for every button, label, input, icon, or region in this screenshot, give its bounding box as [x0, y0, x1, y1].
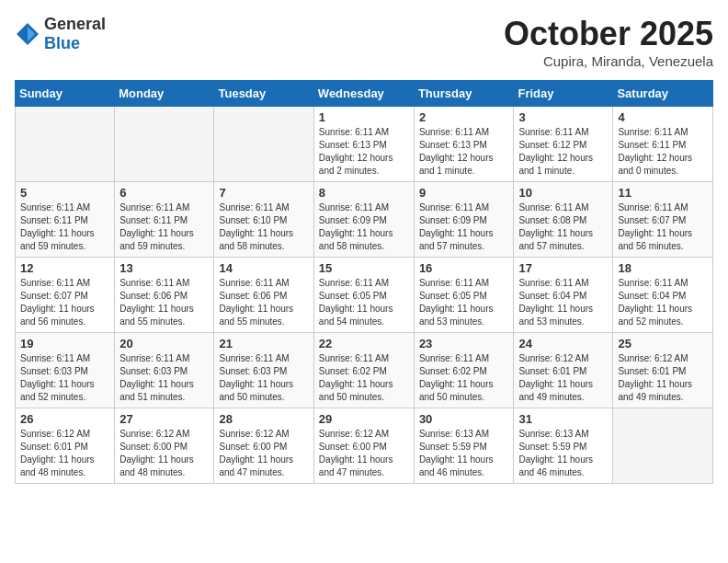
day-number: 10: [518, 186, 608, 200]
calendar-day-cell: 29Sunrise: 6:12 AM Sunset: 6:00 PM Dayli…: [313, 408, 414, 484]
calendar-day-cell: 25Sunrise: 6:12 AM Sunset: 6:01 PM Dayli…: [613, 333, 713, 408]
day-info: Sunrise: 6:11 AM Sunset: 6:11 PM Dayligh…: [618, 126, 708, 178]
day-number: 17: [518, 261, 608, 275]
day-number: 15: [319, 261, 409, 275]
day-number: 1: [319, 110, 409, 124]
calendar-day-cell: 31Sunrise: 6:13 AM Sunset: 5:59 PM Dayli…: [514, 408, 613, 484]
day-number: 18: [618, 261, 708, 275]
day-info: Sunrise: 6:11 AM Sunset: 6:05 PM Dayligh…: [419, 277, 509, 328]
day-info: Sunrise: 6:11 AM Sunset: 6:13 PM Dayligh…: [419, 126, 509, 178]
calendar-day-cell: 1Sunrise: 6:11 AM Sunset: 6:13 PM Daylig…: [313, 107, 414, 182]
weekday-header: Saturday: [613, 81, 713, 107]
month-title: October 2025: [504, 15, 713, 53]
calendar-day-cell: 2Sunrise: 6:11 AM Sunset: 6:13 PM Daylig…: [414, 107, 514, 182]
day-info: Sunrise: 6:11 AM Sunset: 6:06 PM Dayligh…: [219, 277, 308, 328]
calendar-day-cell: 19Sunrise: 6:11 AM Sunset: 6:03 PM Dayli…: [16, 333, 115, 408]
weekday-header: Wednesday: [313, 81, 414, 107]
calendar-day-cell: 30Sunrise: 6:13 AM Sunset: 5:59 PM Dayli…: [414, 408, 514, 484]
day-info: Sunrise: 6:11 AM Sunset: 6:06 PM Dayligh…: [119, 277, 209, 328]
weekday-row: SundayMondayTuesdayWednesdayThursdayFrid…: [16, 81, 713, 107]
calendar-week-row: 5Sunrise: 6:11 AM Sunset: 6:11 PM Daylig…: [16, 182, 713, 258]
day-number: 23: [419, 337, 509, 350]
day-number: 6: [119, 186, 209, 200]
day-number: 2: [419, 110, 509, 124]
day-info: Sunrise: 6:12 AM Sunset: 6:00 PM Dayligh…: [319, 428, 409, 479]
day-number: 21: [219, 337, 308, 350]
calendar-day-cell: [214, 107, 313, 182]
day-info: Sunrise: 6:11 AM Sunset: 6:04 PM Dayligh…: [518, 277, 608, 328]
day-info: Sunrise: 6:11 AM Sunset: 6:04 PM Dayligh…: [618, 277, 708, 328]
day-info: Sunrise: 6:11 AM Sunset: 6:08 PM Dayligh…: [518, 201, 608, 253]
day-info: Sunrise: 6:11 AM Sunset: 6:03 PM Dayligh…: [219, 352, 308, 404]
logo-icon: [15, 21, 40, 47]
calendar-day-cell: 15Sunrise: 6:11 AM Sunset: 6:05 PM Dayli…: [313, 258, 414, 333]
calendar-day-cell: 27Sunrise: 6:12 AM Sunset: 6:00 PM Dayli…: [115, 408, 214, 484]
day-number: 22: [319, 337, 409, 350]
day-info: Sunrise: 6:11 AM Sunset: 6:07 PM Dayligh…: [20, 277, 109, 328]
day-info: Sunrise: 6:11 AM Sunset: 6:11 PM Dayligh…: [20, 201, 109, 253]
calendar-day-cell: 3Sunrise: 6:11 AM Sunset: 6:12 PM Daylig…: [514, 107, 613, 182]
title-block: October 2025 Cupira, Miranda, Venezuela: [504, 15, 713, 69]
day-info: Sunrise: 6:11 AM Sunset: 6:03 PM Dayligh…: [119, 352, 209, 404]
weekday-header: Tuesday: [214, 81, 313, 107]
logo-blue: Blue: [44, 34, 80, 52]
weekday-header: Monday: [115, 81, 214, 107]
day-info: Sunrise: 6:12 AM Sunset: 6:01 PM Dayligh…: [20, 428, 109, 479]
day-number: 24: [518, 337, 608, 350]
day-info: Sunrise: 6:12 AM Sunset: 6:01 PM Dayligh…: [618, 352, 708, 404]
calendar-day-cell: 20Sunrise: 6:11 AM Sunset: 6:03 PM Dayli…: [115, 333, 214, 408]
calendar-day-cell: 17Sunrise: 6:11 AM Sunset: 6:04 PM Dayli…: [514, 258, 613, 333]
page-header: General Blue October 2025 Cupira, Mirand…: [15, 15, 713, 69]
calendar-day-cell: [115, 107, 214, 182]
calendar-week-row: 12Sunrise: 6:11 AM Sunset: 6:07 PM Dayli…: [16, 258, 713, 333]
calendar-day-cell: 9Sunrise: 6:11 AM Sunset: 6:09 PM Daylig…: [414, 182, 514, 258]
day-info: Sunrise: 6:11 AM Sunset: 6:05 PM Dayligh…: [319, 277, 409, 328]
day-info: Sunrise: 6:11 AM Sunset: 6:02 PM Dayligh…: [319, 352, 409, 404]
calendar-week-row: 26Sunrise: 6:12 AM Sunset: 6:01 PM Dayli…: [16, 408, 713, 484]
calendar-day-cell: 22Sunrise: 6:11 AM Sunset: 6:02 PM Dayli…: [313, 333, 414, 408]
day-info: Sunrise: 6:11 AM Sunset: 6:10 PM Dayligh…: [219, 201, 308, 253]
day-number: 4: [618, 110, 708, 124]
day-number: 28: [219, 412, 308, 426]
weekday-header: Friday: [514, 81, 613, 107]
calendar-day-cell: 12Sunrise: 6:11 AM Sunset: 6:07 PM Dayli…: [16, 258, 115, 333]
calendar-day-cell: 26Sunrise: 6:12 AM Sunset: 6:01 PM Dayli…: [16, 408, 115, 484]
weekday-header: Thursday: [414, 81, 514, 107]
day-number: 12: [20, 261, 109, 275]
calendar-header: SundayMondayTuesdayWednesdayThursdayFrid…: [16, 81, 713, 107]
day-info: Sunrise: 6:11 AM Sunset: 6:03 PM Dayligh…: [20, 352, 109, 404]
location: Cupira, Miranda, Venezuela: [504, 53, 713, 69]
calendar-day-cell: 11Sunrise: 6:11 AM Sunset: 6:07 PM Dayli…: [613, 182, 713, 258]
day-info: Sunrise: 6:12 AM Sunset: 6:00 PM Dayligh…: [119, 428, 209, 479]
day-info: Sunrise: 6:11 AM Sunset: 6:02 PM Dayligh…: [419, 352, 509, 404]
day-number: 20: [119, 337, 209, 350]
calendar-day-cell: 6Sunrise: 6:11 AM Sunset: 6:11 PM Daylig…: [115, 182, 214, 258]
logo-general: General: [44, 15, 106, 33]
calendar-week-row: 1Sunrise: 6:11 AM Sunset: 6:13 PM Daylig…: [16, 107, 713, 182]
day-info: Sunrise: 6:11 AM Sunset: 6:12 PM Dayligh…: [518, 126, 608, 178]
calendar-day-cell: 28Sunrise: 6:12 AM Sunset: 6:00 PM Dayli…: [214, 408, 313, 484]
calendar-table: SundayMondayTuesdayWednesdayThursdayFrid…: [15, 80, 713, 484]
calendar-day-cell: 5Sunrise: 6:11 AM Sunset: 6:11 PM Daylig…: [16, 182, 115, 258]
day-number: 19: [20, 337, 109, 350]
day-info: Sunrise: 6:12 AM Sunset: 6:00 PM Dayligh…: [219, 428, 308, 479]
calendar-day-cell: 10Sunrise: 6:11 AM Sunset: 6:08 PM Dayli…: [514, 182, 613, 258]
day-number: 5: [20, 186, 109, 200]
calendar-day-cell: 21Sunrise: 6:11 AM Sunset: 6:03 PM Dayli…: [214, 333, 313, 408]
logo-text: General Blue: [44, 15, 106, 53]
day-number: 13: [119, 261, 209, 275]
calendar-day-cell: 24Sunrise: 6:12 AM Sunset: 6:01 PM Dayli…: [514, 333, 613, 408]
day-number: 3: [518, 110, 608, 124]
calendar-day-cell: 18Sunrise: 6:11 AM Sunset: 6:04 PM Dayli…: [613, 258, 713, 333]
calendar-day-cell: 13Sunrise: 6:11 AM Sunset: 6:06 PM Dayli…: [115, 258, 214, 333]
day-number: 26: [20, 412, 109, 426]
day-number: 9: [419, 186, 509, 200]
day-number: 25: [618, 337, 708, 350]
day-info: Sunrise: 6:12 AM Sunset: 6:01 PM Dayligh…: [518, 352, 608, 404]
weekday-header: Sunday: [16, 81, 115, 107]
calendar-day-cell: 16Sunrise: 6:11 AM Sunset: 6:05 PM Dayli…: [414, 258, 514, 333]
calendar-day-cell: 23Sunrise: 6:11 AM Sunset: 6:02 PM Dayli…: [414, 333, 514, 408]
logo: General Blue: [15, 15, 106, 53]
day-number: 8: [319, 186, 409, 200]
day-info: Sunrise: 6:11 AM Sunset: 6:11 PM Dayligh…: [119, 201, 209, 253]
